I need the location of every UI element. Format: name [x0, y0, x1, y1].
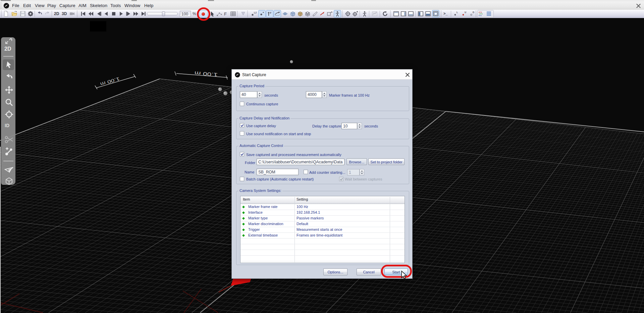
svg-text:D: D [473, 11, 474, 13]
svg-text:U: U [465, 11, 466, 13]
svg-text:F: F [278, 11, 280, 14]
svg-text:o-o: o-o [479, 14, 482, 16]
svg-text:F: F [270, 12, 272, 14]
svg-text:1.00 m: 1.00 m [194, 70, 218, 77]
svg-text:L2: L2 [254, 11, 257, 14]
svg-text:L: L [457, 11, 458, 13]
svg-text:1.00 m: 1.00 m [100, 76, 120, 87]
